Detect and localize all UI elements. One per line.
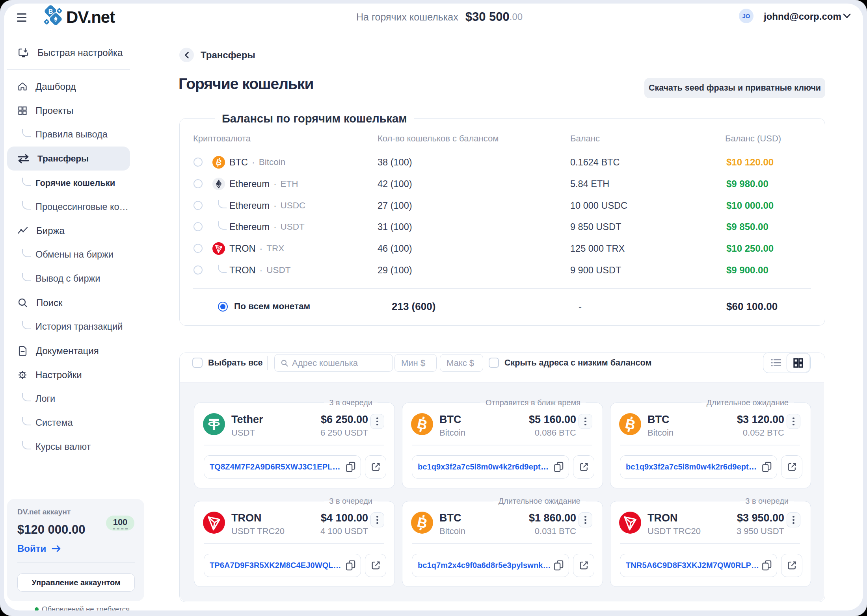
svg-text:B: B [48,8,53,15]
